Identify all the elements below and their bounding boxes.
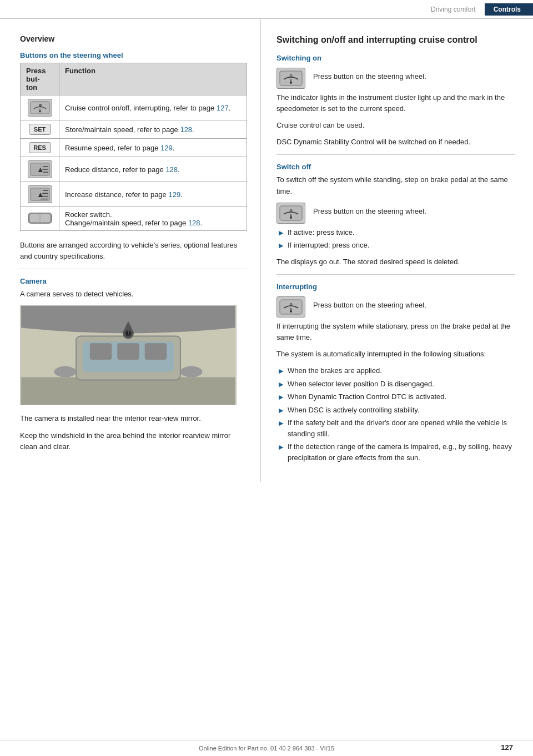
interrupting-bullets: ▶ When the brakes are applied. ▶ When se… <box>276 365 515 463</box>
dist-down-svg: ▲ <box>30 162 50 177</box>
list-item: ▶ When DSC is actively controlling stabi… <box>276 405 515 416</box>
switch-off-text1: To switch off the system while standing,… <box>276 174 515 196</box>
link-128b: 128 <box>165 165 178 174</box>
res-button-icon: RES <box>29 142 51 153</box>
right-column: Switching on/off and interrupting cruise… <box>261 19 533 482</box>
svg-point-37 <box>290 216 292 219</box>
interrupting-text1: If interrupting the system while station… <box>276 321 515 343</box>
left-column: Overview Buttons on the steering wheel P… <box>0 19 261 482</box>
svg-point-29 <box>54 366 77 377</box>
svg-text:▲: ▲ <box>37 190 44 199</box>
buttons-note: Buttons are arranged according to vehicl… <box>20 240 247 262</box>
switch-off-icon-row: ⚙ Press button on the steering wheel. <box>276 203 515 224</box>
interrupting-bullet-2: When selector lever position D is diseng… <box>288 379 434 390</box>
svg-point-41 <box>290 310 292 313</box>
main-content: Overview Buttons on the steering wheel P… <box>0 19 533 482</box>
interrupting-text2: The system is automatically interrupted … <box>276 349 515 360</box>
svg-text:⚙: ⚙ <box>289 209 293 213</box>
camera-subtitle: Camera <box>20 277 247 285</box>
header-nav: Driving comfort Controls <box>422 3 533 16</box>
cruise-on-icon-svg: ⚙ <box>279 70 303 87</box>
table-cell-cruise-function: Cruise control on/off, interrupting, ref… <box>59 95 247 120</box>
cruise-interrupt-icon-svg: ⚙ <box>279 299 303 315</box>
set-button-icon: SET <box>29 124 51 135</box>
page-footer: Online Edition for Part no. 01 40 2 964 … <box>0 740 533 756</box>
interrupting-subtitle: Interrupting <box>276 283 515 291</box>
switching-on-icon: ⚙ <box>276 68 305 89</box>
rocker-svg <box>29 213 51 224</box>
bullet-arrow-icon: ▶ <box>279 442 283 452</box>
switching-on-icon-row: ⚙ Press button on the steering wheel. <box>276 68 515 89</box>
footer-text: Online Edition for Part no. 01 40 2 964 … <box>199 745 334 752</box>
bullet-arrow-icon: ▶ <box>279 419 283 428</box>
link-129b: 129 <box>168 190 180 199</box>
interrupting-bullet-1: When the brakes are applied. <box>288 365 382 376</box>
link-127: 127 <box>217 104 229 112</box>
header-controls: Controls <box>485 3 533 16</box>
switch-off-subtitle: Switch off <box>276 163 515 171</box>
cruise-off-icon-svg: ⚙ <box>279 205 303 221</box>
bullet-arrow-icon: ▶ <box>279 241 283 250</box>
switch-off-note: The displays go out. The stored desired … <box>276 256 515 268</box>
overview-title: Overview <box>20 34 247 43</box>
table-row: ▲ Reduce distance, refer to page 128. <box>21 157 247 182</box>
table-row: RES Resume speed, refer to page 129. <box>21 139 247 157</box>
header-driving-comfort: Driving comfort <box>422 3 485 16</box>
interrupting-bullet-6: If the detection range of the camera is … <box>288 441 515 463</box>
svg-point-33 <box>290 82 292 84</box>
button-icon-dist-down: ▲ <box>21 157 59 182</box>
cruise-control-icon: ⚙ <box>28 99 52 117</box>
camera-illustration-svg <box>21 306 236 405</box>
switch-off-press: Press button on the steering wheel. <box>313 203 426 217</box>
svg-rect-22 <box>117 344 139 360</box>
table-cell-res-function: Resume speed, refer to page 129. <box>59 139 247 157</box>
list-item: ▶ If interrupted: press once. <box>276 240 515 251</box>
list-item: ▶ If the detection range of the camera i… <box>276 441 515 463</box>
svg-rect-21 <box>90 344 112 360</box>
table-row: ▲ Increase distance, refer to page 129. <box>21 182 247 207</box>
list-item: ▶ When the brakes are applied. <box>276 365 515 376</box>
svg-rect-23 <box>145 344 167 360</box>
bullet-arrow-icon: ▶ <box>279 380 283 389</box>
switching-on-subtitle: Switching on <box>276 54 515 62</box>
switching-on-text: Press button on the steering wheel. <box>313 68 426 82</box>
list-item: ▶ When Dynamic Traction Control DTC is a… <box>276 391 515 402</box>
switch-off-icon: ⚙ <box>276 203 305 224</box>
bullet-arrow-icon: ▶ <box>279 406 283 415</box>
buttons-subtitle: Buttons on the steering wheel <box>20 51 247 59</box>
interrupting-icon-row: ⚙ Press button on the steering wheel. <box>276 296 515 317</box>
divider-interrupting <box>276 274 515 275</box>
list-item: ▶ If active: press twice. <box>276 227 515 238</box>
svg-text:⚙: ⚙ <box>289 74 293 78</box>
dist-up-svg: ▲ <box>30 187 50 201</box>
table-cell-dist-up-function: Increase distance, refer to page 129. <box>59 182 247 207</box>
cruise-svg: ⚙ <box>30 100 50 115</box>
link-128a: 128 <box>180 125 192 134</box>
interrupting-bullet-4: When DSC is actively controlling stabili… <box>288 405 419 416</box>
button-icon-res: RES <box>21 139 59 157</box>
divider-switch-off <box>276 154 515 155</box>
table-row: ⚙ Cruise control on/off, interrupting, r… <box>21 95 247 120</box>
switching-on-note3: DSC Dynamic Stability Control will be sw… <box>276 137 515 148</box>
table-cell-rocker-function: Rocker switch. Change/maintain speed, re… <box>59 207 247 231</box>
interrupting-icon: ⚙ <box>276 296 305 317</box>
distance-decrease-icon: ▲ <box>28 160 52 178</box>
table-row: SET Store/maintain speed, refer to page … <box>21 120 247 139</box>
right-main-title: Switching on/off and interrupting cruise… <box>276 34 515 46</box>
page-number: 127 <box>501 743 513 752</box>
table-header-button: Press but-ton <box>21 63 59 95</box>
button-icon-set: SET <box>21 120 59 139</box>
switch-off-bullet-1: If active: press twice. <box>288 227 355 238</box>
list-item: ▶ If the safety belt and the driver's do… <box>276 417 515 439</box>
svg-text:⚙: ⚙ <box>289 303 293 306</box>
distance-increase-icon: ▲ <box>28 185 52 203</box>
interrupting-bullet-3: When Dynamic Traction Control DTC is act… <box>288 391 446 402</box>
camera-text: A camera serves to detect vehicles. <box>20 289 247 300</box>
divider-camera <box>20 269 247 269</box>
bullet-arrow-icon: ▶ <box>279 392 283 402</box>
camera-image <box>20 305 237 405</box>
interrupting-press: Press button on the steering wheel. <box>313 296 426 311</box>
table-row: Rocker switch. Change/maintain speed, re… <box>21 207 247 231</box>
svg-point-3 <box>39 110 41 112</box>
table-cell-dist-down-function: Reduce distance, refer to page 128. <box>59 157 247 182</box>
